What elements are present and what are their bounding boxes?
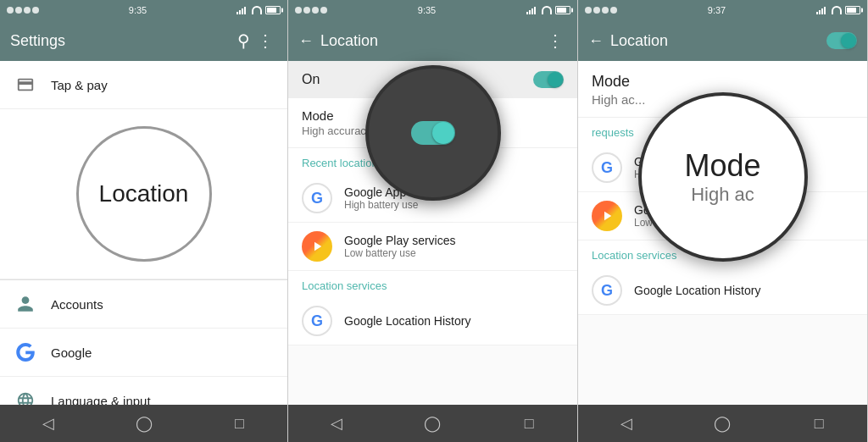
signal-icon-1	[236, 6, 248, 14]
accounts-label: Accounts	[51, 297, 103, 312]
status-bar-right-3	[816, 6, 860, 14]
signal-bar-1	[236, 12, 238, 14]
signal-bar-2	[239, 10, 241, 14]
location-title-2: Location	[320, 32, 543, 50]
toggle-overlay-2	[365, 65, 501, 201]
tap-pay-icon	[14, 73, 37, 97]
notif-dot-4	[32, 7, 39, 14]
language-icon	[14, 389, 37, 405]
notification-icons-2	[295, 7, 327, 14]
location-toggle-3[interactable]	[826, 32, 857, 49]
notif-dot-12	[610, 7, 617, 14]
battery-fill-1	[267, 8, 276, 13]
settings-title: Settings	[10, 32, 234, 50]
bottom-nav-2: ◁ ◯ □	[288, 405, 577, 442]
wifi-icon-3	[832, 6, 842, 14]
battery-icon-1	[265, 6, 281, 14]
location-history-item-2[interactable]: G Google Location History	[288, 297, 577, 345]
notif-dot-5	[295, 7, 302, 14]
recents-button-2[interactable]: □	[504, 405, 554, 442]
signal-bar-3	[242, 8, 243, 14]
toggle-thumb-3	[841, 33, 856, 48]
notif-dot-2	[15, 7, 22, 14]
panel-settings: 9:35 Settings ⚲ ⋮ T	[0, 0, 288, 442]
status-bar-left-2	[295, 7, 327, 14]
toggle-thumb-2	[548, 72, 563, 87]
status-bar-right-1	[236, 6, 281, 14]
play-icon-2	[302, 231, 332, 262]
back-arrow-3[interactable]: ←	[588, 32, 604, 50]
location-circle-container: Location	[0, 109, 287, 279]
notif-dot-3	[24, 7, 31, 14]
play-services-info-2: Google Play services Low battery use	[344, 234, 564, 259]
google-icon	[14, 340, 37, 364]
notification-icons-3	[585, 7, 617, 14]
notif-dot-8	[320, 7, 327, 14]
status-time-1: 9:35	[129, 5, 147, 15]
notif-dot-7	[312, 7, 319, 14]
app-bar-location-2: ← Location ⋮	[288, 20, 577, 61]
google-label: Google	[51, 345, 92, 360]
search-icon[interactable]: ⚲	[234, 27, 253, 54]
menu-accounts[interactable]: Accounts	[0, 280, 287, 329]
panel-location: 9:35 ← Location ⋮ On	[288, 0, 578, 442]
panel-location-zoom: 9:37 ← Location Mode High ac...	[578, 0, 868, 442]
more-icon-2[interactable]: ⋮	[543, 27, 567, 54]
notification-icons-1	[7, 7, 39, 14]
back-button-1[interactable]: ◁	[23, 405, 74, 442]
notif-dot-9	[585, 7, 592, 14]
battery-icon-2	[555, 6, 570, 14]
notif-dot-11	[602, 7, 609, 14]
wifi-icon-1	[252, 6, 262, 14]
menu-language[interactable]: Language & input	[0, 377, 287, 405]
status-bar-left-1	[7, 7, 39, 14]
signal-bar-4	[244, 7, 246, 14]
status-bar-right-2	[526, 6, 570, 14]
accounts-icon	[14, 292, 37, 316]
language-label: Language & input	[51, 394, 151, 406]
location-history-info-2: Google Location History	[344, 314, 564, 328]
signal-icon-3	[816, 6, 828, 14]
mode-title-3: Mode	[592, 73, 854, 91]
toggle-switch-overlay[interactable]	[411, 121, 455, 145]
location-history-icon-2: G	[302, 306, 332, 336]
play-services-desc-2: Low battery use	[344, 247, 564, 259]
play-services-item-2[interactable]: Google Play services Low battery use	[288, 223, 577, 271]
location-toggle-2[interactable]	[533, 71, 564, 88]
back-button-2[interactable]: ◁	[311, 405, 362, 442]
location-on-label-2: On	[302, 72, 320, 87]
location-history-name-3: Google Location History	[634, 284, 854, 297]
status-time-3: 9:37	[708, 5, 726, 15]
play-icon-3	[592, 201, 622, 231]
tap-pay-label: Tap & pay	[51, 78, 108, 92]
location-history-icon-3: G	[592, 275, 622, 306]
home-button-1[interactable]: ◯	[119, 405, 170, 442]
google-app-desc-2: High battery use	[344, 199, 564, 211]
google-app-icon-3: G	[592, 152, 622, 183]
location-circle: Location	[76, 126, 212, 262]
location-history-item-3[interactable]: G Google Location History	[578, 267, 867, 315]
status-bar-3: 9:37	[578, 0, 867, 20]
menu-tap-pay[interactable]: Tap & pay	[0, 61, 287, 109]
status-bar-2: 9:35	[288, 0, 577, 20]
recents-button-3[interactable]: □	[793, 405, 844, 442]
back-button-3[interactable]: ◁	[601, 405, 652, 442]
signal-icon-2	[526, 6, 538, 14]
wifi-icon-2	[542, 6, 552, 14]
more-icon[interactable]: ⋮	[253, 27, 277, 54]
status-bar-left-3	[585, 7, 617, 14]
app-bar-location-3: ← Location	[578, 20, 867, 61]
menu-google[interactable]: Google	[0, 329, 287, 377]
home-button-2[interactable]: ◯	[407, 405, 458, 442]
location-services-label-2: Location services	[288, 271, 577, 297]
play-services-name-2: Google Play services	[344, 234, 564, 247]
recents-button-1[interactable]: □	[214, 405, 265, 442]
location-circle-label: Location	[99, 180, 189, 207]
notif-dot-6	[303, 7, 310, 14]
location-history-info-3: Google Location History	[634, 284, 854, 297]
battery-icon-3	[845, 6, 860, 14]
home-button-3[interactable]: ◯	[697, 405, 748, 442]
settings-scroll: Tap & pay Location Accounts	[0, 61, 287, 405]
app-bar-settings: Settings ⚲ ⋮	[0, 20, 287, 61]
back-arrow-2[interactable]: ←	[298, 32, 314, 50]
